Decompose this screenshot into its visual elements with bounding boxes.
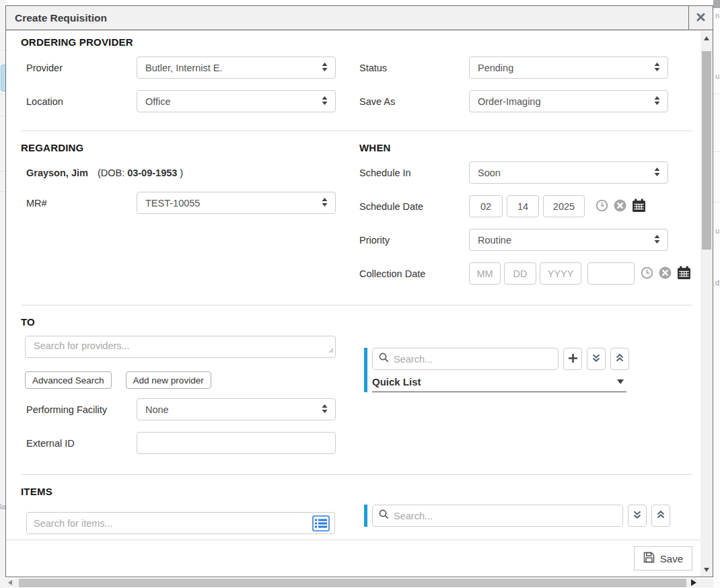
items-collapse-all-button[interactable]: [651, 505, 670, 527]
performing-facility-select-value: None: [145, 404, 169, 415]
dialog-title: Create Requisition: [6, 12, 107, 24]
to-provider-panel: Quick List: [364, 348, 692, 392]
items-left-column: [21, 497, 359, 534]
clear-circle-icon: [614, 199, 626, 214]
select-arrows-icon: [321, 197, 328, 209]
clock-icon: [641, 266, 653, 281]
collection-time-button[interactable]: [641, 266, 653, 281]
background-button-edge: [1, 65, 5, 91]
close-icon: [696, 12, 705, 24]
horizontal-scrollbar-thumb[interactable]: [19, 579, 686, 587]
schedule-month-input[interactable]: [469, 195, 503, 217]
location-label: Location: [21, 96, 137, 107]
collapse-all-button[interactable]: [610, 348, 629, 370]
collection-calendar-button[interactable]: [677, 266, 691, 282]
schedule-date-row: Schedule Date: [359, 195, 692, 217]
schedule-clear-button[interactable]: [614, 199, 626, 214]
schedule-calendar-button[interactable]: [632, 198, 646, 215]
collection-clear-button[interactable]: [659, 266, 672, 281]
provider-row: Provider Butler, Internist E.: [21, 57, 359, 79]
regarding-when-section: REGARDING Grayson, Jim (DOB: 03-09-1953 …: [21, 142, 692, 285]
patient-name: Grayson, Jim: [26, 168, 88, 178]
ordering-provider-heading: ORDERING PROVIDER: [21, 36, 692, 48]
section-divider: [21, 131, 692, 131]
schedule-year-input[interactable]: [543, 195, 585, 217]
search-icon: [379, 353, 389, 365]
resize-handle-icon[interactable]: [328, 344, 334, 356]
vertical-scrollbar-thumb[interactable]: [702, 51, 711, 250]
mr-select[interactable]: TEST-10055: [137, 192, 336, 214]
dialog-header: Create Requisition: [6, 6, 713, 30]
priority-row: Priority Routine: [359, 229, 692, 251]
provider-select-value: Butler, Internist E.: [145, 63, 222, 73]
save-as-select[interactable]: Order-Imaging: [469, 90, 668, 112]
performing-facility-select[interactable]: None: [137, 398, 336, 420]
status-row: Status Pending: [359, 57, 692, 79]
provider-search-textarea[interactable]: [25, 336, 336, 358]
provider-label: Provider: [21, 63, 137, 73]
external-id-input[interactable]: [137, 432, 336, 454]
save-disk-icon: [643, 552, 655, 565]
advanced-search-button[interactable]: Advanced Search: [25, 371, 112, 389]
status-select[interactable]: Pending: [469, 57, 668, 79]
schedule-date-label: Schedule Date: [359, 201, 469, 212]
save-as-select-value: Order-Imaging: [478, 96, 540, 107]
add-new-provider-button[interactable]: Add new provider: [126, 371, 211, 389]
dob-suffix: ): [180, 168, 183, 178]
quick-list-header[interactable]: Quick List: [372, 376, 626, 392]
collection-date-row: Collection Date: [359, 262, 692, 285]
save-as-label: Save As: [359, 96, 469, 107]
calendar-icon: [632, 198, 646, 215]
save-as-row: Save As Order-Imaging: [359, 90, 692, 112]
performing-facility-row: Performing Facility None: [21, 398, 359, 420]
collection-time-input[interactable]: [587, 262, 635, 285]
chevron-double-down-icon: [591, 353, 601, 365]
to-panel-search: [372, 348, 559, 370]
item-list-icon[interactable]: [312, 515, 330, 534]
location-row: Location Office: [21, 90, 359, 112]
background-text-fragment: u: [715, 73, 719, 80]
items-panel-toolbar: [372, 505, 692, 527]
scroll-up-button[interactable]: [700, 32, 713, 44]
item-search-input[interactable]: [26, 512, 335, 534]
priority-label: Priority: [359, 235, 469, 246]
page-horizontal-scrollbar[interactable]: [5, 579, 713, 587]
screen: { "modal": { "title": "Create Requisitio…: [0, 0, 720, 588]
add-provider-list-button[interactable]: [563, 348, 582, 370]
background-text-fragment: n: [715, 12, 719, 20]
performing-facility-label: Performing Facility: [21, 404, 137, 415]
calendar-icon: [677, 266, 691, 282]
to-panel-search-input[interactable]: [394, 354, 552, 365]
location-select-value: Office: [145, 96, 171, 107]
chevron-double-down-icon: [633, 510, 642, 521]
select-arrows-icon: [321, 96, 328, 108]
scroll-left-button[interactable]: [8, 580, 12, 585]
priority-select[interactable]: Routine: [469, 229, 668, 251]
schedule-day-input[interactable]: [507, 195, 539, 217]
expand-all-button[interactable]: [587, 348, 606, 370]
select-arrows-icon: [653, 234, 661, 246]
dialog-vertical-scrollbar[interactable]: [700, 31, 713, 577]
location-select[interactable]: Office: [137, 90, 336, 112]
background-text-fragment: u: [715, 227, 719, 235]
provider-select[interactable]: Butler, Internist E.: [137, 57, 336, 79]
scroll-down-button[interactable]: [700, 564, 713, 575]
schedule-in-select[interactable]: Soon: [469, 161, 668, 184]
mr-label: MR#: [21, 198, 137, 209]
background-text-fragment: d: [715, 279, 719, 287]
items-panel-search-input[interactable]: [394, 511, 616, 521]
collection-day-input[interactable]: [504, 262, 536, 285]
items-section: [21, 497, 692, 534]
when-heading: WHEN: [359, 142, 692, 153]
collection-year-input[interactable]: [540, 262, 581, 285]
schedule-in-row: Schedule In Soon: [359, 161, 692, 184]
scroll-right-button[interactable]: [691, 579, 696, 586]
collection-month-input[interactable]: [469, 262, 501, 285]
quick-list-label: Quick List: [372, 376, 421, 388]
schedule-time-button[interactable]: [596, 199, 608, 214]
patient-summary: Grayson, Jim (DOB: 03-09-1953 ): [21, 168, 359, 178]
close-button[interactable]: [688, 6, 713, 30]
items-expand-all-button[interactable]: [628, 505, 647, 527]
schedule-in-select-value: Soon: [478, 168, 501, 178]
save-button[interactable]: Save: [634, 546, 692, 571]
